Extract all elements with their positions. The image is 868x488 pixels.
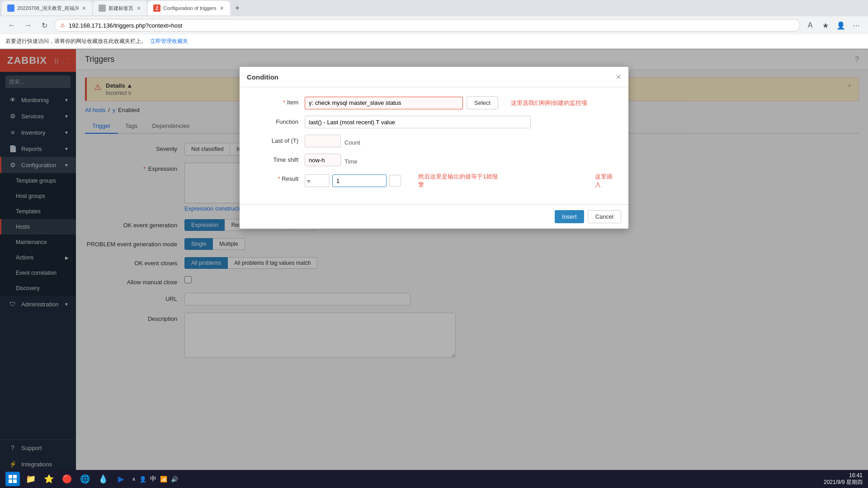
tab-2-close[interactable]: × <box>136 4 142 13</box>
result-label-text: Result <box>282 175 298 182</box>
modal-close-button[interactable]: × <box>616 72 621 81</box>
tab-1-close[interactable]: × <box>81 4 87 13</box>
svg-rect-1 <box>13 475 17 479</box>
tab-2-favicon <box>99 5 106 12</box>
svg-rect-0 <box>9 475 12 479</box>
bookmark-bar: 若要进行快速访问，请将你的网址收藏放在此收藏夹栏上。 立即管理收藏夹 <box>0 34 868 49</box>
result-row-inner: = <> < <= > >= <box>305 174 401 187</box>
modal-function-control: last() - Last (most recent) T value <box>305 116 618 128</box>
address-bar: ← → ↻ ⚠ 192.168.171.136/triggers.php?con… <box>0 16 868 34</box>
modal-timeshift-label: Time shift <box>250 154 305 163</box>
timeshift-input[interactable] <box>305 154 341 166</box>
tab-1[interactable]: 20220708_润天教育_程福兴_Linu... × <box>2 1 92 15</box>
modal-body: * Item Select 这里选我们刚刚创建的监控项 Function las… <box>240 87 628 204</box>
favorites-icon[interactable]: ★ <box>819 19 832 32</box>
taskbar-time-value: 16:41 <box>824 472 863 479</box>
address-input[interactable]: ⚠ 192.168.171.136/triggers.php?context=h… <box>54 19 800 32</box>
tab-1-label: 20220708_润天教育_程福兴_Linu... <box>17 5 79 12</box>
insert-button[interactable]: Insert <box>555 210 584 223</box>
tab-bar: 20220708_润天教育_程福兴_Linu... × 新建标签页 × Z Co… <box>0 0 868 16</box>
modal-timeshift-control: Time <box>305 154 618 166</box>
taskbar-time: 16:41 2021/9/9 星期四 <box>824 472 863 486</box>
new-tab-button[interactable]: + <box>231 2 244 14</box>
taskbar-user-icon[interactable]: 👤 <box>139 476 146 483</box>
item-label-text: Item <box>287 99 298 106</box>
translate-icon[interactable]: A <box>804 19 816 32</box>
taskbar-ime[interactable]: 中 <box>150 475 156 483</box>
modal-timeshift-row: Time shift Time <box>250 154 618 166</box>
taskbar-icon-6[interactable]: ▶ <box>114 472 128 486</box>
modal-last-control: Count <box>305 135 618 147</box>
time-label: Time <box>344 155 357 165</box>
modal-function-label: Function <box>250 116 305 125</box>
taskbar-wifi[interactable]: 📶 <box>160 476 167 483</box>
annotation-1: 这里选我们刚刚创建的监控项 <box>511 99 587 107</box>
annotation-2: 然后这里是输出的值等于1就报警 <box>418 173 501 189</box>
condition-modal: Condition × * Item Select 这里选我们刚刚创建的监控项 … <box>240 67 628 229</box>
taskbar-volume[interactable]: 🔊 <box>171 476 178 483</box>
function-select-wrapper: last() - Last (most recent) T value <box>305 116 618 128</box>
svg-rect-3 <box>13 479 17 483</box>
taskbar-icon-5[interactable]: 💧 <box>96 472 110 486</box>
tab-3-close[interactable]: × <box>219 4 225 13</box>
last-of-input[interactable] <box>305 135 341 147</box>
item-input[interactable] <box>305 97 463 109</box>
tab-3-label: Configuration of triggers <box>163 5 216 11</box>
taskbar-system-tray: ∧ 👤 中 📶 🔊 <box>132 475 178 483</box>
result-required-star: * <box>278 175 282 182</box>
tab-2-label: 新建标签页 <box>108 5 133 12</box>
annotation-3: 这里插入 <box>595 173 618 189</box>
taskbar-icon-3[interactable]: 🔴 <box>60 472 74 486</box>
tab-3[interactable]: Z Configuration of triggers × <box>148 1 230 15</box>
taskbar-edge-icon[interactable]: 🌐 <box>78 472 92 486</box>
modal-last-label: Last of (T) <box>250 135 305 144</box>
manage-bookmarks-link[interactable]: 立即管理收藏夹 <box>150 38 188 45</box>
result-value-input[interactable] <box>332 174 387 187</box>
modal-result-control: = <> < <= > >= 然后这里是输出的值等于1就报警 这里插入 <box>305 173 618 189</box>
svg-rect-2 <box>9 479 12 483</box>
taskbar-icon-2[interactable]: ⭐ <box>42 472 56 486</box>
security-icon: ⚠ <box>60 22 65 28</box>
bookmark-hint: 若要进行快速访问，请将你的网址收藏放在此收藏夹栏上。 <box>5 38 146 45</box>
modal-overlay: Condition × * Item Select 这里选我们刚刚创建的监控项 … <box>0 49 868 470</box>
menu-icon[interactable]: ⋯ <box>850 19 863 32</box>
modal-item-label: * Item <box>250 96 305 106</box>
function-select[interactable]: last() - Last (most recent) T value <box>305 116 531 128</box>
taskbar-date-value: 2021/9/9 星期四 <box>824 479 863 486</box>
count-label: Count <box>344 136 360 146</box>
modal-function-row: Function last() - Last (most recent) T v… <box>250 116 618 128</box>
modal-title: Condition <box>247 73 278 81</box>
browser-actions: A ★ 👤 ⋯ <box>804 19 863 32</box>
modal-item-control: Select 这里选我们刚刚创建的监控项 <box>305 96 618 109</box>
result-color-box <box>389 175 401 187</box>
start-button[interactable] <box>5 472 20 486</box>
browser-chrome: 20220708_润天教育_程福兴_Linu... × 新建标签页 × Z Co… <box>0 0 868 49</box>
tab-3-favicon: Z <box>153 5 160 12</box>
modal-header: Condition × <box>240 67 628 87</box>
back-button[interactable]: ← <box>5 19 18 32</box>
taskbar: 📁 ⭐ 🔴 🌐 💧 ▶ ∧ 👤 中 📶 🔊 16:41 2021/9/9 星期四 <box>0 470 868 488</box>
forward-button[interactable]: → <box>22 19 34 32</box>
cancel-button[interactable]: Cancel <box>588 210 621 223</box>
tab-2[interactable]: 新建标签页 × <box>93 1 147 15</box>
taskbar-file-explorer[interactable]: 📁 <box>24 472 38 486</box>
result-operator-select[interactable]: = <> < <= > >= <box>305 174 330 187</box>
modal-last-row: Last of (T) Count <box>250 135 618 147</box>
taskbar-chevron[interactable]: ∧ <box>132 476 136 482</box>
modal-result-row: * Result = <> < <= > >= <box>250 173 618 189</box>
modal-result-label: * Result <box>250 173 305 182</box>
modal-footer: Insert Cancel <box>240 204 628 229</box>
tab-1-favicon <box>7 5 14 12</box>
reload-button[interactable]: ↻ <box>38 19 51 32</box>
item-required-star: * <box>283 99 287 106</box>
modal-item-row: * Item Select 这里选我们刚刚创建的监控项 <box>250 96 618 109</box>
profile-icon[interactable]: 👤 <box>835 19 847 32</box>
address-text: 192.168.171.136/triggers.php?context=hos… <box>69 22 182 29</box>
select-button[interactable]: Select <box>467 96 498 109</box>
